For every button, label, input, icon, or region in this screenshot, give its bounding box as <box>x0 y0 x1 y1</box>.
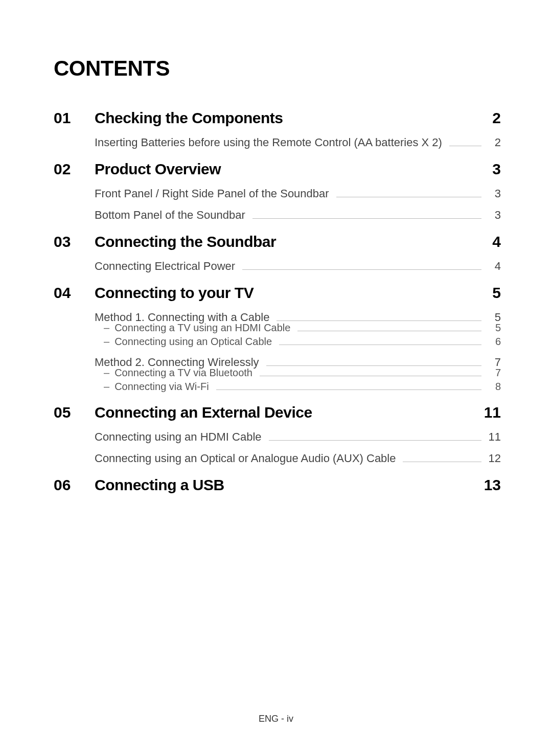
toc-sub-entry[interactable]: –Connecting a TV using an HDMI Cable5 <box>54 322 501 334</box>
toc-section: 04Connecting to your TV5Method 1. Connec… <box>54 284 501 393</box>
toc-leader-line <box>403 462 481 462</box>
dash-icon: – <box>104 367 109 379</box>
toc-section-header[interactable]: 05Connecting an External Device11 <box>54 404 501 421</box>
toc-leader-line <box>260 376 481 376</box>
toc-section-page: 3 <box>480 161 501 178</box>
toc-section-title: Connecting a USB <box>95 476 480 494</box>
toc-section-header[interactable]: 06Connecting a USB13 <box>54 476 501 494</box>
toc-section-title: Checking the Components <box>95 109 480 127</box>
toc-section-number: 05 <box>54 404 95 421</box>
table-of-contents: 01Checking the Components2Inserting Batt… <box>54 109 501 494</box>
toc-entry-page: 2 <box>489 136 501 149</box>
dash-icon: – <box>104 322 109 334</box>
toc-section: 03Connecting the Soundbar4Connecting Ele… <box>54 233 501 273</box>
toc-sub-page: 6 <box>489 336 501 348</box>
toc-sub-entry[interactable]: –Connecting using an Optical Cable6 <box>54 336 501 348</box>
toc-sub-title: Connecting using an Optical Cable <box>114 336 272 348</box>
toc-leader-line <box>449 146 481 146</box>
toc-entry-page: 4 <box>489 260 501 273</box>
toc-section-title: Product Overview <box>95 161 480 178</box>
toc-entry-title: Inserting Batteries before using the Rem… <box>95 136 442 149</box>
toc-sub-title: Connecting via Wi-Fi <box>114 381 209 393</box>
toc-sub-entry[interactable]: –Connecting a TV via Bluetooth7 <box>54 367 501 379</box>
toc-sub-page: 8 <box>489 381 501 393</box>
toc-leader-line <box>277 320 481 321</box>
toc-entry-title: Connecting Electrical Power <box>95 260 235 273</box>
toc-section-page: 11 <box>480 404 501 421</box>
toc-section: 02Product Overview3Front Panel / Right S… <box>54 161 501 222</box>
toc-section-title: Connecting an External Device <box>95 404 480 421</box>
dash-icon: – <box>104 336 109 348</box>
toc-section-header[interactable]: 01Checking the Components2 <box>54 109 501 127</box>
toc-section-number: 06 <box>54 476 95 494</box>
toc-sub-title: Connecting a TV via Bluetooth <box>114 367 252 379</box>
dash-icon: – <box>104 381 109 393</box>
toc-section-title: Connecting the Soundbar <box>95 233 480 250</box>
toc-entry-title: Front Panel / Right Side Panel of the So… <box>95 187 329 200</box>
toc-leader-line <box>242 269 481 270</box>
toc-section-page: 4 <box>480 233 501 250</box>
toc-leader-line <box>266 365 481 366</box>
toc-section-page: 2 <box>480 109 501 127</box>
toc-entry[interactable]: Connecting Electrical Power4 <box>54 260 501 273</box>
toc-section-page: 5 <box>480 284 501 302</box>
toc-entry[interactable]: Front Panel / Right Side Panel of the So… <box>54 187 501 200</box>
page-title: CONTENTS <box>54 56 501 81</box>
toc-entry[interactable]: Connecting using an Optical or Analogue … <box>54 452 501 465</box>
toc-leader-line <box>297 331 481 331</box>
toc-leader-line <box>279 345 481 345</box>
toc-entry-title: Connecting using an Optical or Analogue … <box>95 452 396 465</box>
toc-section-page: 13 <box>480 476 501 494</box>
toc-entry[interactable]: Connecting using an HDMI Cable11 <box>54 430 501 444</box>
toc-section-number: 02 <box>54 161 95 178</box>
toc-sub-page: 7 <box>489 367 501 379</box>
toc-section: 06Connecting a USB13 <box>54 476 501 494</box>
toc-sub-title: Connecting a TV using an HDMI Cable <box>114 322 290 334</box>
toc-entry-page: 3 <box>489 187 501 200</box>
toc-section-number: 03 <box>54 233 95 250</box>
toc-entry-page: 12 <box>489 452 501 465</box>
toc-entry-title: Bottom Panel of the Soundbar <box>95 209 245 222</box>
toc-section: 01Checking the Components2Inserting Batt… <box>54 109 501 149</box>
toc-entry-page: 3 <box>489 209 501 222</box>
toc-entry[interactable]: Inserting Batteries before using the Rem… <box>54 136 501 149</box>
toc-section-header[interactable]: 03Connecting the Soundbar4 <box>54 233 501 250</box>
toc-entry-page: 11 <box>489 430 501 444</box>
toc-section: 05Connecting an External Device11Connect… <box>54 404 501 465</box>
toc-sub-entry[interactable]: –Connecting via Wi-Fi8 <box>54 381 501 393</box>
toc-leader-line <box>336 197 481 197</box>
toc-entry-title: Connecting using an HDMI Cable <box>95 430 262 444</box>
toc-sub-entries: –Connecting a TV via Bluetooth7–Connecti… <box>54 367 501 393</box>
toc-section-number: 04 <box>54 284 95 302</box>
toc-leader-line <box>216 390 481 390</box>
toc-leader-line <box>252 218 481 219</box>
toc-section-header[interactable]: 02Product Overview3 <box>54 161 501 178</box>
toc-entry[interactable]: Bottom Panel of the Soundbar3 <box>54 209 501 222</box>
toc-section-title: Connecting to your TV <box>95 284 480 302</box>
page-footer: ENG - iv <box>0 714 552 724</box>
toc-sub-page: 5 <box>489 322 501 334</box>
toc-leader-line <box>269 440 481 441</box>
toc-section-header[interactable]: 04Connecting to your TV5 <box>54 284 501 302</box>
toc-section-number: 01 <box>54 109 95 127</box>
toc-sub-entries: –Connecting a TV using an HDMI Cable5–Co… <box>54 322 501 348</box>
